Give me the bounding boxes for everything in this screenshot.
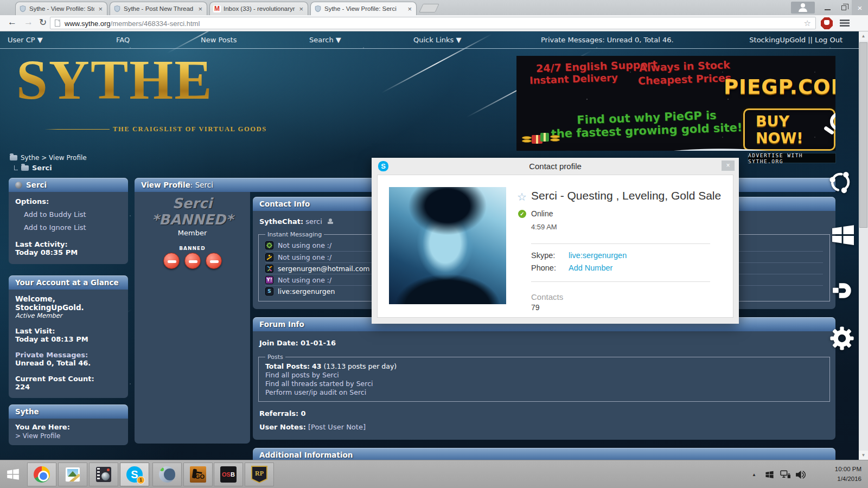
banned-icon (184, 253, 201, 269)
sythechat-label: SytheChat: (259, 217, 303, 226)
view-profile-link[interactable]: > View Profile (15, 432, 122, 440)
sidebar-profile-panel: Serci Options: Add to Buddy List Add to … (9, 178, 128, 264)
status-sphere-icon (15, 182, 22, 189)
taskbar-chrome-button[interactable] (27, 463, 56, 486)
adblock-extension-icon[interactable] (821, 17, 833, 29)
nav-account-logout[interactable]: StockingUpGold || Log Out (749, 36, 843, 44)
nav-private-messages[interactable]: Private Messages: Unread 0, Total 46. (541, 36, 674, 44)
breadcrumb-current-label: Serci (32, 164, 52, 172)
taskbar-csgo-button[interactable]: GO (183, 463, 213, 486)
bookmark-star-icon[interactable]: ☆ (804, 18, 811, 28)
referrals-row: Referrals: 0 (259, 409, 835, 418)
skype-username-link[interactable]: live:sergenurgen (569, 251, 627, 260)
sythe-page: User CP ▼ FAQ New Posts Search ▼ Quick L… (0, 31, 859, 460)
tray-network-icon[interactable] (780, 460, 791, 488)
sythe-logo[interactable]: SYTHE (16, 53, 213, 107)
screen: Sythe - View Profile: Stock × Sythe - Po… (0, 0, 868, 488)
msn-icon (265, 265, 273, 273)
find-threads-link[interactable]: Find all threads started by Serci (265, 380, 823, 388)
magnet-overlay-icon[interactable] (831, 281, 854, 303)
tray-volume-icon[interactable] (795, 460, 806, 488)
dialog-titlebar[interactable]: Contact profile (372, 158, 739, 175)
window-restore-button[interactable] (835, 0, 852, 15)
contact-photo[interactable] (389, 187, 506, 304)
skype-icon: S (265, 287, 273, 296)
panel-body: Welcome, StockingUpGold. Active Member L… (9, 290, 128, 398)
back-button[interactable]: ← (8, 17, 17, 28)
favorite-star-icon[interactable]: ☆ (517, 190, 527, 203)
user-ip-audit-link[interactable]: Perform user/ip audit on Serci (265, 388, 823, 397)
skype-icon: S1 (126, 466, 143, 483)
tab-sythe-serci-active[interactable]: Sythe - View Profile: Serci × (310, 2, 417, 15)
tab-close-icon[interactable]: × (197, 5, 203, 12)
scrollbar-thumb[interactable] (859, 42, 867, 228)
taskbar-rp-button[interactable]: RP (245, 463, 274, 486)
private-messages-link[interactable]: Private Messages: (15, 351, 122, 359)
scroll-up-arrow[interactable]: ▲ (859, 31, 868, 41)
window-minimize-button[interactable] (819, 0, 835, 15)
nav-faq[interactable]: FAQ (116, 36, 130, 44)
tab-sythe-stock[interactable]: Sythe - View Profile: Stock × (15, 2, 107, 15)
yahoo-icon: Y! (265, 276, 273, 284)
search-magnifier-icon[interactable] (830, 112, 835, 131)
breadcrumb-path[interactable]: Sythe > View Profile (21, 154, 87, 162)
add-number-link[interactable]: Add Number (569, 264, 612, 272)
tab-close-icon[interactable]: × (298, 5, 304, 12)
nav-search[interactable]: Search ▼ (309, 36, 341, 44)
last-visit-label: Last Visit: (15, 327, 122, 335)
nav-quick-links[interactable]: Quick Links ▼ (413, 36, 461, 44)
scroll-down-arrow[interactable]: ▼ (859, 451, 868, 460)
add-ignore-link[interactable]: Add to Ignore List (24, 223, 122, 232)
tab-gmail-inbox[interactable]: M Inbox (33) - revolutionaryr × (209, 2, 308, 15)
taskbar-media-button[interactable] (89, 463, 118, 486)
window-close-button[interactable]: × (852, 0, 868, 15)
taskbar-teamspeak-button[interactable] (152, 463, 182, 486)
tray-windows-icon[interactable] (765, 460, 774, 488)
taskbar-paint-button[interactable] (58, 463, 87, 486)
banned-icon (206, 253, 222, 269)
taskbar-clock[interactable]: 10:00 PM 1/4/2016 (835, 464, 861, 484)
reload-button[interactable]: ↻ (39, 17, 47, 28)
panel-title: Forum Info (259, 320, 304, 329)
settings-gear-overlay-icon[interactable] (829, 325, 855, 354)
post-user-note-link[interactable]: [Post User Note] (308, 423, 366, 431)
advertise-with-sythe-link[interactable]: ADVERTISE WITH SYTHE.ORG (748, 153, 836, 163)
view-profile-title-rest: : Serci (190, 181, 213, 189)
contact-display-name: Serci - Questing , Leveling, Gold Sale (531, 189, 721, 202)
tab-close-icon[interactable]: × (406, 5, 413, 12)
divider (531, 281, 710, 282)
start-button[interactable] (6, 467, 20, 484)
tab-close-icon[interactable]: × (97, 5, 104, 12)
taskbar-osbuddy-button[interactable]: OSB (214, 463, 243, 486)
panel-body: Join Date: 01-01-16 Posts Total Posts: 4… (253, 331, 835, 440)
tray-hidden-icons-button[interactable]: ▲ (752, 460, 756, 488)
new-tab-button[interactable] (419, 4, 439, 12)
forward-button[interactable]: → (24, 17, 33, 28)
ad-stock-text: Always in Stock (639, 59, 730, 74)
sythe-shield-icon (19, 5, 27, 12)
chrome-profile-button[interactable] (791, 2, 815, 14)
share-overlay-icon[interactable] (828, 170, 853, 197)
add-buddy-link[interactable]: Add to Buddy List (24, 210, 122, 219)
nav-user-cp[interactable]: User CP ▼ (8, 36, 43, 44)
panel-header: Your Account at a Glance (9, 275, 128, 290)
posts-fieldset: Posts Total Posts: 43 (13.13 posts per d… (258, 354, 830, 402)
find-posts-link[interactable]: Find all posts by Serci (265, 371, 823, 380)
post-count-label: Current Post Count: (15, 375, 122, 383)
tab-title: Inbox (33) - revolutionaryr (224, 5, 295, 12)
piegp-ad-banner[interactable]: 24/7 English Support Instant Delivery Al… (516, 56, 835, 151)
site-navbar: User CP ▼ FAQ New Posts Search ▼ Quick L… (0, 31, 859, 49)
taskbar-skype-button[interactable]: S1 (120, 463, 149, 486)
breadcrumb[interactable]: Sythe > View Profile (10, 154, 87, 162)
url-bar[interactable]: www.sythe.org/members/468334-serci.html … (50, 17, 816, 29)
nav-new-posts[interactable]: New Posts (201, 36, 237, 44)
windows-overlay-icon[interactable] (830, 222, 856, 251)
person-icon (801, 3, 805, 8)
taskbar: S1 GO OSB RP ▲ 10:00 PM 1/4/2016 (0, 460, 868, 488)
tab-sythe-post[interactable]: Sythe - Post New Thread × (110, 2, 207, 15)
browser-menu-icon[interactable] (840, 20, 850, 27)
page-scrollbar[interactable]: ▲ ▼ (859, 31, 868, 460)
dialog-close-button[interactable]: × (722, 160, 735, 171)
sythechat-username[interactable]: serci (305, 217, 322, 226)
user-notes-row: User Notes: [Post User Note] (259, 423, 835, 431)
